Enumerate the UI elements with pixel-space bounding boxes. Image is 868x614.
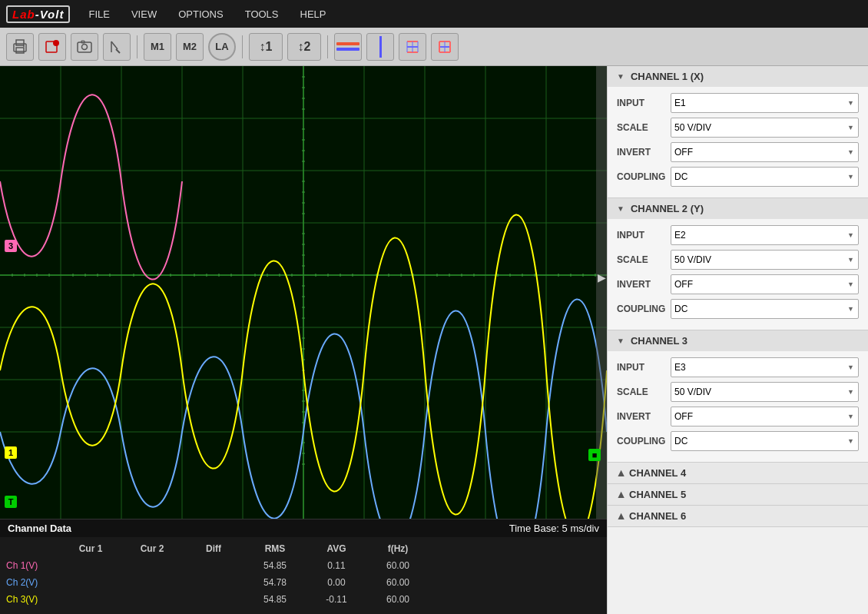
menu-help[interactable]: HELP [297, 7, 330, 22]
ch1-scale-select[interactable]: 50 V/DIV20 V/DIV10 V/DIV [671, 118, 859, 138]
ch4-title: CHANNEL 4 [629, 467, 686, 479]
menu-file[interactable]: FILE [85, 7, 112, 22]
header-rms: RMS [244, 543, 306, 554]
ch2-scale-label: SCALE [617, 254, 671, 265]
ch1-section-header[interactable]: ▼ CHANNEL 1 (X) [608, 66, 868, 87]
menu-tools[interactable]: TOOLS [242, 7, 282, 22]
ch2-name: Ch 2(V) [6, 577, 60, 588]
ch2-input-select[interactable]: E1E2E3 [671, 225, 859, 245]
ch1-coupling-select[interactable]: DCACGND [671, 167, 859, 187]
ch1-scale-wrapper: 50 V/DIV20 V/DIV10 V/DIV [671, 118, 859, 138]
ch3-input-label: INPUT [617, 362, 671, 373]
ch3-coupling-wrapper: DCACGND [671, 431, 859, 451]
header-avg: AVG [306, 543, 367, 554]
ch1-coupling-label: COUPLING [617, 171, 671, 182]
m2-button[interactable]: M2 [176, 33, 204, 61]
cursor-button[interactable] [103, 33, 131, 61]
grid1-icon [404, 38, 421, 55]
ch2-body: INPUT E1E2E3 SCALE 50 V/DIV [608, 219, 868, 330]
la-button[interactable]: LA [208, 33, 236, 61]
table-row: Ch 2(V) 54.78 0.00 60.00 [6, 574, 601, 591]
ch1-input-wrapper: E1E2E3 [671, 93, 859, 113]
ch3-body: INPUT E1E2E3 SCALE 50 V/DIV [608, 351, 868, 462]
ch2-invert-select[interactable]: OFFON [671, 274, 859, 294]
ch2-section-header[interactable]: ▼ CHANNEL 2 (Y) [608, 198, 868, 219]
ch2-rms: 54.78 [244, 577, 306, 588]
menu-options[interactable]: OPTIONS [175, 7, 227, 22]
ch2-invert-label: INVERT [617, 279, 671, 290]
arrow1-button[interactable]: ↕1 [249, 33, 283, 61]
header-cur1: Cur 1 [60, 543, 121, 554]
ch3-section-header[interactable]: ▼ CHANNEL 3 [608, 330, 868, 351]
time-base-label: Time Base: 5 ms/div [509, 523, 599, 534]
ch5-section: ▶ CHANNEL 5 [608, 484, 868, 506]
grid2-button[interactable] [431, 33, 459, 61]
ch1-invert-wrapper: OFFON [671, 142, 859, 162]
ch1-input-row: INPUT E1E2E3 [617, 93, 859, 113]
scope-grid: ▶ [0, 66, 607, 519]
ch2-invert-wrapper: OFFON [671, 274, 859, 294]
record-button[interactable] [38, 33, 66, 61]
ch2-scale-select[interactable]: 50 V/DIV [671, 250, 859, 270]
vlines-button[interactable] [366, 33, 394, 61]
ch2-badge: 1 [5, 446, 17, 459]
data-table: Cur 1 Cur 2 Diff RMS AVG f(Hz) Ch 1(V) 5… [0, 537, 607, 614]
ch1-coupling-wrapper: DCACGND [671, 167, 859, 187]
print-button[interactable] [6, 33, 34, 61]
ch6-section-header[interactable]: ▶ CHANNEL 6 [608, 506, 868, 526]
ch2-invert-row: INVERT OFFON [617, 274, 859, 294]
ch6-collapse-arrow: ▶ [616, 513, 624, 519]
color-lines-button[interactable] [334, 33, 362, 61]
ch3-name: Ch 3(V) [6, 594, 60, 605]
grid2-icon [436, 38, 453, 55]
ch3-fhz: 60.00 [367, 594, 429, 605]
ch2-coupling-select[interactable]: DCACGND [671, 299, 859, 319]
ch3-invert-select[interactable]: OFFON [671, 407, 859, 426]
ch4-badge: T [5, 496, 17, 508]
ch1-invert-select[interactable]: OFFON [671, 142, 859, 162]
ch5-title: CHANNEL 5 [629, 489, 686, 500]
app-logo: Lab-Volt [6, 5, 70, 23]
ch2-fhz: 60.00 [367, 577, 429, 588]
table-row: Ch 1(V) 54.85 0.11 60.00 [6, 557, 601, 574]
ch2-input-label: INPUT [617, 230, 671, 241]
snapshot-button[interactable] [71, 33, 98, 61]
print-icon [12, 38, 28, 55]
ch3-section: ▼ CHANNEL 3 INPUT E1E2E3 SCALE [608, 330, 868, 463]
ch3-scale-label: SCALE [617, 387, 671, 397]
ch3-coupling-select[interactable]: DCACGND [671, 431, 859, 451]
divider3 [327, 35, 328, 58]
right-panel: ▼ CHANNEL 1 (X) INPUT E1E2E3 SCALE [607, 66, 868, 614]
ch1-body: INPUT E1E2E3 SCALE 50 V/DIV20 V/DIV10 V/… [608, 87, 868, 197]
ch2-coupling-label: COUPLING [617, 304, 671, 314]
ch1-input-select[interactable]: E1E2E3 [671, 93, 859, 113]
ch6-section: ▶ CHANNEL 6 [608, 506, 868, 527]
ch2-section: ▼ CHANNEL 2 (Y) INPUT E1E2E3 SCALE [608, 198, 868, 330]
ch3-scale-row: SCALE 50 V/DIV [617, 382, 859, 402]
cursor-icon [108, 38, 125, 55]
svg-line-10 [111, 41, 118, 49]
ch3-invert-wrapper: OFFON [671, 407, 859, 426]
menubar: Lab-Volt FILE VIEW OPTIONS TOOLS HELP [0, 0, 868, 28]
vlines-icon [379, 36, 382, 58]
grid1-button[interactable] [399, 33, 426, 61]
ch3-scale-select[interactable]: 50 V/DIV [671, 382, 859, 402]
svg-text:▶: ▶ [598, 271, 606, 284]
ch5-section-header[interactable]: ▶ CHANNEL 5 [608, 484, 868, 505]
channel-data-label: Channel Data [8, 523, 71, 534]
snapshot-icon [76, 38, 93, 55]
ch2-coupling-wrapper: DCACGND [671, 299, 859, 319]
ch3-input-select[interactable]: E1E2E3 [671, 357, 859, 377]
arrow2-button[interactable]: ↕2 [287, 33, 321, 61]
ch1-scale-label: SCALE [617, 122, 671, 133]
menu-view[interactable]: VIEW [128, 7, 160, 22]
scope-screen[interactable]: ▶ 3 1 ■ T [0, 66, 607, 519]
ch2-avg: 0.00 [306, 577, 367, 588]
ch1-invert-row: INVERT OFFON [617, 142, 859, 162]
ch1-scale-row: SCALE 50 V/DIV20 V/DIV10 V/DIV [617, 118, 859, 138]
ch1-name: Ch 1(V) [6, 560, 60, 571]
header-diff: Diff [183, 543, 244, 554]
svg-point-5 [53, 40, 59, 46]
m1-button[interactable]: M1 [144, 33, 171, 61]
ch4-section-header[interactable]: ▶ CHANNEL 4 [608, 463, 868, 483]
